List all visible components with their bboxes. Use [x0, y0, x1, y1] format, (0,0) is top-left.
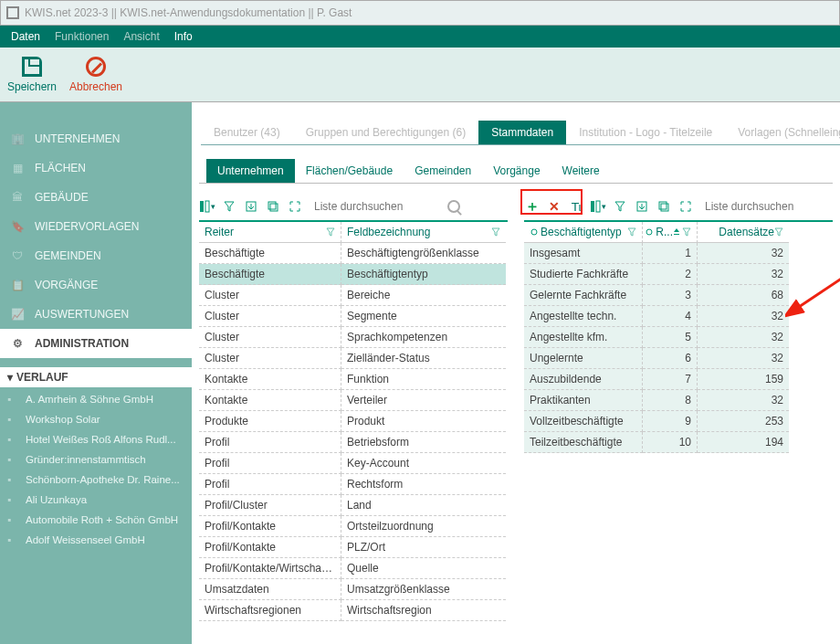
table-row[interactable]: Praktikanten832 [524, 390, 833, 411]
cell-datensaetze: 32 [698, 390, 789, 411]
expand-icon[interactable] [287, 198, 303, 215]
subtab[interactable]: Vorgänge [482, 159, 551, 183]
col-datensaetze[interactable]: Datensätze [698, 222, 789, 243]
table-row[interactable]: ClusterSprachkompetenzen [199, 327, 508, 348]
table-row[interactable]: ProfilKey-Account [199, 453, 508, 474]
admin-tab[interactable]: Stammdaten [478, 121, 566, 144]
table-row[interactable]: Auszubildende7159 [524, 369, 833, 390]
table-row[interactable]: Angestellte kfm.532 [524, 327, 833, 348]
rename-button[interactable]: T̲ι [568, 198, 584, 215]
table-row[interactable]: Profil/KontakteOrtsteilzuordnung [199, 516, 508, 537]
copy-icon[interactable] [656, 198, 672, 215]
sort-asc-icon[interactable] [673, 227, 680, 237]
cell-reiter: Kontakte [199, 369, 341, 390]
table-row[interactable]: Profil/ClusterLand [199, 495, 508, 516]
table-row[interactable]: Profil/Kontakte/Wirtschaftsr...Quelle [199, 558, 508, 579]
history-label: Workshop Solar [26, 414, 100, 425]
delete-button[interactable]: ✕ [546, 198, 562, 215]
history-header[interactable]: ▾ VERLAUF [0, 367, 192, 387]
menu-daten[interactable]: Daten [4, 30, 47, 43]
table-row[interactable]: ProdukteProdukt [199, 411, 508, 432]
table-row[interactable]: Studierte Fachkräfte232 [524, 264, 833, 285]
history-item[interactable]: ▪Automobile Roth + Schön GmbH [0, 510, 192, 530]
sidebar-item-wiedervorlagen[interactable]: 🔖WIEDERVORLAGEN [0, 212, 192, 241]
sidebar-item-gebäude[interactable]: 🏛GEBÄUDE [0, 183, 192, 212]
subtab[interactable]: Weitere [551, 159, 611, 183]
history-item[interactable]: ▪A. Amrhein & Söhne GmbH [0, 389, 192, 409]
menu-info[interactable]: Info [167, 30, 200, 43]
expand-icon[interactable] [677, 198, 694, 215]
filter-icon[interactable] [221, 198, 237, 215]
admin-tab[interactable]: Gruppen und Berechtigungen (6) [293, 121, 478, 144]
table-row[interactable]: UmsatzdatenUmsatzgrößenklasse [199, 579, 508, 600]
table-row[interactable]: KontakteFunktion [199, 369, 508, 390]
table-row[interactable]: WirtschaftsregionenWirtschaftsregion [199, 600, 508, 621]
cell-r: 6 [643, 348, 698, 369]
table-row[interactable]: ProfilBetriebsform [199, 432, 508, 453]
admin-tab[interactable]: Benutzer (43) [201, 121, 293, 144]
history-item[interactable]: ▪Hotel Weißes Roß Alfons Rudl... [0, 429, 192, 449]
history-item[interactable]: ▪Adolf Weissenseel GmbH [0, 530, 192, 550]
export-icon[interactable] [634, 198, 650, 215]
admin-tab[interactable]: Institution - Logo - Titelzeile [566, 121, 725, 144]
cell-feldbezeichnung: Key-Account [341, 453, 506, 474]
cell-datensaetze: 32 [698, 327, 789, 348]
sidebar-item-auswertungen[interactable]: 📈AUSWERTUNGEN [0, 300, 192, 329]
filter-icon[interactable] [682, 227, 691, 237]
nav-icon: 📋 [9, 279, 26, 291]
table-row[interactable]: ClusterZielländer-Status [199, 348, 508, 369]
sidebar-item-administration[interactable]: ⚙ADMINISTRATION [0, 329, 192, 358]
export-icon[interactable] [243, 198, 259, 215]
filter-icon[interactable] [627, 227, 636, 237]
subtab[interactable]: Unternehmen [206, 159, 295, 183]
sidebar-item-flächen[interactable]: ▦FLÄCHEN [0, 153, 192, 183]
table-row[interactable]: Teilzeitbeschäftigte10194 [524, 432, 833, 453]
table-row[interactable]: Ungelernte632 [524, 348, 833, 369]
left-search-input[interactable] [314, 200, 442, 213]
cell-reiter: Wirtschaftsregionen [199, 600, 341, 621]
history-item[interactable]: ▪Workshop Solar [0, 409, 192, 429]
save-label: Speichern [7, 80, 57, 93]
table-row[interactable]: Vollzeitbeschäftigte9253 [524, 411, 833, 432]
table-row[interactable]: KontakteVerteiler [199, 390, 508, 411]
subtab[interactable]: Gemeinden [404, 159, 482, 183]
right-search-input[interactable] [705, 200, 833, 213]
admin-tab[interactable]: Vorlagen (Schnelleingabe- [725, 121, 840, 144]
search-icon[interactable] [447, 200, 460, 213]
col-feldbezeichnung[interactable]: Feldbezeichnung [341, 222, 506, 243]
history-label: Gründer:innenstammtisch [26, 454, 146, 465]
history-item[interactable]: ▪Gründer:innenstammtisch [0, 449, 192, 470]
menu-ansicht[interactable]: Ansicht [116, 30, 166, 43]
history-item[interactable]: ▪Ali Uzunkaya [0, 490, 192, 510]
table-row[interactable]: BeschäftigteBeschäftigtengrößenklasse [199, 243, 508, 264]
save-button[interactable]: Speichern [0, 57, 64, 93]
sidebar-item-gemeinden[interactable]: 🛡GEMEINDEN [0, 241, 192, 270]
table-row[interactable]: BeschäftigteBeschäftigtentyp [199, 264, 508, 285]
cancel-button[interactable]: Abbrechen [64, 57, 128, 93]
cell-reiter: Produkte [199, 411, 341, 432]
table-row[interactable]: Insgesamt132 [524, 243, 833, 264]
filter-icon[interactable] [326, 227, 335, 237]
columns-icon[interactable]: ▾ [199, 198, 215, 215]
history-item[interactable]: ▪Schönborn-Apotheke Dr. Raine... [0, 470, 192, 490]
table-row[interactable]: Angestellte techn.432 [524, 306, 833, 327]
menu-funktionen[interactable]: Funktionen [47, 30, 116, 43]
table-row[interactable]: ProfilRechtsform [199, 474, 508, 495]
columns-icon[interactable]: ▾ [590, 198, 606, 215]
filter-icon[interactable] [612, 198, 628, 215]
table-row[interactable]: ClusterSegmente [199, 306, 508, 327]
col-reiter[interactable]: Reiter [199, 222, 341, 243]
history-label: Ali Uzunkaya [26, 494, 87, 505]
table-row[interactable]: Profil/KontaktePLZ/Ort [199, 537, 508, 558]
col-r[interactable]: R... [643, 222, 698, 243]
add-button[interactable]: ＋ [524, 198, 541, 215]
filter-icon[interactable] [774, 227, 783, 237]
col-beschaeftigtentyp[interactable]: Beschäftigtentyp [524, 222, 643, 243]
sidebar-item-vorgänge[interactable]: 📋VORGÄNGE [0, 270, 192, 300]
sidebar-item-unternehmen[interactable]: 🏢UNTERNEHMEN [0, 124, 192, 153]
filter-icon[interactable] [491, 227, 500, 237]
table-row[interactable]: ClusterBereiche [199, 285, 508, 306]
table-row[interactable]: Gelernte Fachkräfte368 [524, 285, 833, 306]
copy-icon[interactable] [265, 198, 281, 215]
subtab[interactable]: Flächen/Gebäude [295, 159, 404, 183]
